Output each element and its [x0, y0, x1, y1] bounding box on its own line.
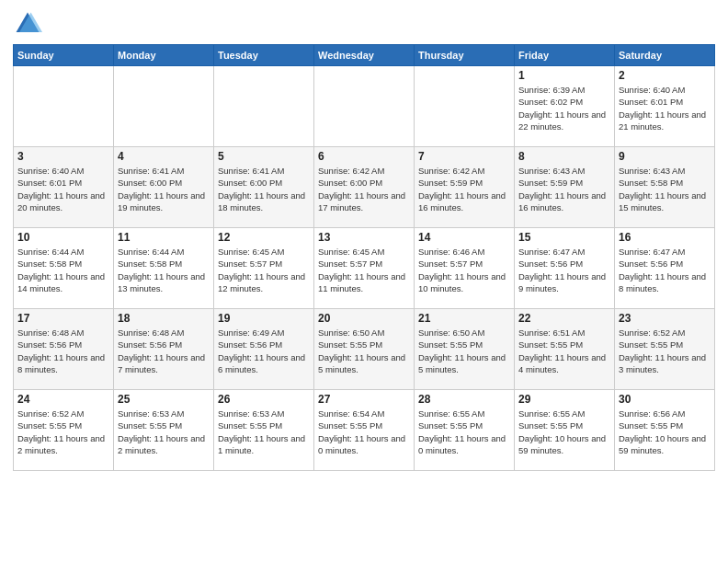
day-number: 13 — [318, 231, 410, 244]
day-number: 8 — [518, 150, 610, 163]
weekday-header-wednesday: Wednesday — [314, 45, 415, 66]
day-info: Sunrise: 6:52 AMSunset: 5:55 PMDaylight:… — [17, 408, 109, 456]
calendar-cell — [415, 66, 515, 147]
day-number: 7 — [418, 150, 510, 163]
day-info: Sunrise: 6:40 AMSunset: 6:01 PMDaylight:… — [619, 84, 711, 132]
calendar-cell: 26Sunrise: 6:53 AMSunset: 5:55 PMDayligh… — [214, 390, 314, 471]
week-row-5: 24Sunrise: 6:52 AMSunset: 5:55 PMDayligh… — [14, 390, 715, 471]
calendar-cell: 15Sunrise: 6:47 AMSunset: 5:56 PMDayligh… — [515, 228, 615, 309]
calendar-cell: 9Sunrise: 6:43 AMSunset: 5:58 PMDaylight… — [615, 147, 715, 228]
day-info: Sunrise: 6:42 AMSunset: 5:59 PMDaylight:… — [418, 165, 510, 213]
day-number: 16 — [619, 231, 711, 244]
calendar-cell: 16Sunrise: 6:47 AMSunset: 5:56 PMDayligh… — [615, 228, 715, 309]
day-info: Sunrise: 6:54 AMSunset: 5:55 PMDaylight:… — [318, 408, 410, 456]
day-number: 9 — [619, 150, 711, 163]
calendar-cell: 1Sunrise: 6:39 AMSunset: 6:02 PMDaylight… — [515, 66, 615, 147]
day-info: Sunrise: 6:53 AMSunset: 5:55 PMDaylight:… — [218, 408, 310, 456]
day-number: 6 — [318, 150, 410, 163]
calendar-cell: 23Sunrise: 6:52 AMSunset: 5:55 PMDayligh… — [615, 309, 715, 390]
day-number: 19 — [218, 312, 310, 325]
day-info: Sunrise: 6:43 AMSunset: 5:58 PMDaylight:… — [619, 165, 711, 213]
day-info: Sunrise: 6:42 AMSunset: 6:00 PMDaylight:… — [318, 165, 410, 213]
calendar-cell: 8Sunrise: 6:43 AMSunset: 5:59 PMDaylight… — [515, 147, 615, 228]
calendar-cell: 4Sunrise: 6:41 AMSunset: 6:00 PMDaylight… — [114, 147, 214, 228]
calendar-cell: 14Sunrise: 6:46 AMSunset: 5:57 PMDayligh… — [415, 228, 515, 309]
day-number: 28 — [418, 393, 510, 406]
day-number: 2 — [619, 69, 711, 82]
day-info: Sunrise: 6:52 AMSunset: 5:55 PMDaylight:… — [619, 327, 711, 375]
day-info: Sunrise: 6:53 AMSunset: 5:55 PMDaylight:… — [118, 408, 210, 456]
day-info: Sunrise: 6:50 AMSunset: 5:55 PMDaylight:… — [418, 327, 510, 375]
week-row-3: 10Sunrise: 6:44 AMSunset: 5:58 PMDayligh… — [14, 228, 715, 309]
calendar-cell: 28Sunrise: 6:55 AMSunset: 5:55 PMDayligh… — [415, 390, 515, 471]
weekday-header-monday: Monday — [114, 45, 214, 66]
day-info: Sunrise: 6:40 AMSunset: 6:01 PMDaylight:… — [17, 165, 109, 213]
calendar-cell: 27Sunrise: 6:54 AMSunset: 5:55 PMDayligh… — [314, 390, 415, 471]
calendar-cell: 17Sunrise: 6:48 AMSunset: 5:56 PMDayligh… — [14, 309, 114, 390]
day-number: 26 — [218, 393, 310, 406]
day-info: Sunrise: 6:55 AMSunset: 5:55 PMDaylight:… — [418, 408, 510, 456]
day-number: 10 — [17, 231, 109, 244]
day-info: Sunrise: 6:48 AMSunset: 5:56 PMDaylight:… — [17, 327, 109, 375]
calendar-cell: 19Sunrise: 6:49 AMSunset: 5:56 PMDayligh… — [214, 309, 314, 390]
day-info: Sunrise: 6:45 AMSunset: 5:57 PMDaylight:… — [318, 246, 410, 294]
weekday-header-sunday: Sunday — [14, 45, 114, 66]
day-info: Sunrise: 6:55 AMSunset: 5:55 PMDaylight:… — [518, 408, 610, 456]
day-info: Sunrise: 6:47 AMSunset: 5:56 PMDaylight:… — [619, 246, 711, 294]
logo — [13, 9, 46, 39]
day-number: 11 — [118, 231, 210, 244]
weekday-header-tuesday: Tuesday — [214, 45, 314, 66]
day-info: Sunrise: 6:41 AMSunset: 6:00 PMDaylight:… — [118, 165, 210, 213]
day-info: Sunrise: 6:56 AMSunset: 5:55 PMDaylight:… — [619, 408, 711, 456]
header — [13, 9, 715, 39]
calendar-cell: 5Sunrise: 6:41 AMSunset: 6:00 PMDaylight… — [214, 147, 314, 228]
day-info: Sunrise: 6:51 AMSunset: 5:55 PMDaylight:… — [518, 327, 610, 375]
calendar-cell: 30Sunrise: 6:56 AMSunset: 5:55 PMDayligh… — [615, 390, 715, 471]
calendar-cell: 24Sunrise: 6:52 AMSunset: 5:55 PMDayligh… — [14, 390, 114, 471]
day-info: Sunrise: 6:43 AMSunset: 5:59 PMDaylight:… — [518, 165, 610, 213]
calendar-cell: 20Sunrise: 6:50 AMSunset: 5:55 PMDayligh… — [314, 309, 415, 390]
week-row-1: 1Sunrise: 6:39 AMSunset: 6:02 PMDaylight… — [14, 66, 715, 147]
week-row-4: 17Sunrise: 6:48 AMSunset: 5:56 PMDayligh… — [14, 309, 715, 390]
day-number: 18 — [118, 312, 210, 325]
weekday-header-saturday: Saturday — [615, 45, 715, 66]
day-info: Sunrise: 6:47 AMSunset: 5:56 PMDaylight:… — [518, 246, 610, 294]
day-number: 5 — [218, 150, 310, 163]
calendar-cell — [214, 66, 314, 147]
calendar-cell: 13Sunrise: 6:45 AMSunset: 5:57 PMDayligh… — [314, 228, 415, 309]
day-number: 14 — [418, 231, 510, 244]
day-number: 21 — [418, 312, 510, 325]
calendar-cell: 3Sunrise: 6:40 AMSunset: 6:01 PMDaylight… — [14, 147, 114, 228]
day-number: 4 — [118, 150, 210, 163]
day-info: Sunrise: 6:48 AMSunset: 5:56 PMDaylight:… — [118, 327, 210, 375]
day-number: 30 — [619, 393, 711, 406]
calendar-cell: 2Sunrise: 6:40 AMSunset: 6:01 PMDaylight… — [615, 66, 715, 147]
weekday-header-thursday: Thursday — [415, 45, 515, 66]
day-info: Sunrise: 6:45 AMSunset: 5:57 PMDaylight:… — [218, 246, 310, 294]
day-number: 1 — [518, 69, 610, 82]
page: SundayMondayTuesdayWednesdayThursdayFrid… — [0, 0, 728, 480]
calendar-cell — [114, 66, 214, 147]
day-number: 23 — [619, 312, 711, 325]
day-info: Sunrise: 6:49 AMSunset: 5:56 PMDaylight:… — [218, 327, 310, 375]
day-info: Sunrise: 6:46 AMSunset: 5:57 PMDaylight:… — [418, 246, 510, 294]
day-number: 15 — [518, 231, 610, 244]
day-number: 27 — [318, 393, 410, 406]
week-row-2: 3Sunrise: 6:40 AMSunset: 6:01 PMDaylight… — [14, 147, 715, 228]
weekday-header-row: SundayMondayTuesdayWednesdayThursdayFrid… — [14, 45, 715, 66]
calendar: SundayMondayTuesdayWednesdayThursdayFrid… — [13, 44, 715, 471]
calendar-cell: 12Sunrise: 6:45 AMSunset: 5:57 PMDayligh… — [214, 228, 314, 309]
day-number: 25 — [118, 393, 210, 406]
calendar-cell: 21Sunrise: 6:50 AMSunset: 5:55 PMDayligh… — [415, 309, 515, 390]
day-info: Sunrise: 6:41 AMSunset: 6:00 PMDaylight:… — [218, 165, 310, 213]
day-info: Sunrise: 6:44 AMSunset: 5:58 PMDaylight:… — [118, 246, 210, 294]
day-number: 22 — [518, 312, 610, 325]
day-number: 3 — [17, 150, 109, 163]
calendar-cell: 18Sunrise: 6:48 AMSunset: 5:56 PMDayligh… — [114, 309, 214, 390]
weekday-header-friday: Friday — [515, 45, 615, 66]
calendar-cell: 25Sunrise: 6:53 AMSunset: 5:55 PMDayligh… — [114, 390, 214, 471]
day-info: Sunrise: 6:50 AMSunset: 5:55 PMDaylight:… — [318, 327, 410, 375]
calendar-cell: 22Sunrise: 6:51 AMSunset: 5:55 PMDayligh… — [515, 309, 615, 390]
day-number: 12 — [218, 231, 310, 244]
day-info: Sunrise: 6:44 AMSunset: 5:58 PMDaylight:… — [17, 246, 109, 294]
